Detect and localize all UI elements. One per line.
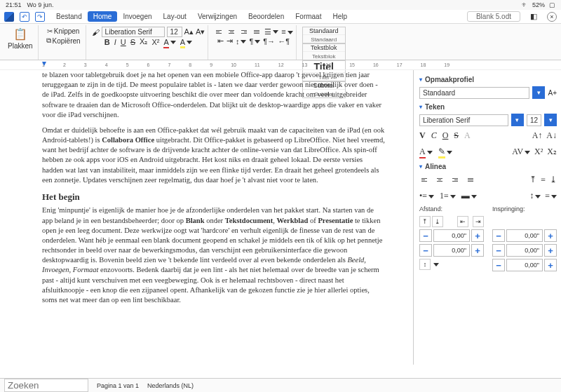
line-spacing-button[interactable]: ↕ bbox=[236, 37, 247, 46]
align-justify-button[interactable] bbox=[252, 27, 262, 36]
styles-gallery: StandaardStandaard TekstblokTekstblok Ti… bbox=[299, 25, 349, 60]
highlight-button[interactable]: A bbox=[180, 38, 192, 46]
underline-button[interactable]: U bbox=[121, 38, 126, 46]
sidebar-fontsize-arrow[interactable]: ▾ bbox=[544, 114, 557, 126]
sidebar-grow-font[interactable]: A↑ bbox=[532, 130, 543, 141]
font-size-dropdown[interactable]: 12 bbox=[167, 27, 182, 37]
bold-button[interactable]: B bbox=[104, 38, 110, 46]
menu-beoordelen[interactable]: Beoordelen bbox=[243, 11, 290, 22]
space-above-value[interactable]: 0,00" bbox=[433, 229, 470, 242]
app-logo[interactable] bbox=[4, 12, 14, 22]
sidebar-superscript[interactable]: X² bbox=[534, 147, 543, 157]
style-tekstblok[interactable]: TekstblokTekstblok bbox=[302, 43, 346, 60]
horizontal-ruler[interactable]: 12345678910111213141516171819 bbox=[0, 60, 561, 70]
sb-numbering[interactable]: 1≡ bbox=[440, 191, 456, 201]
indent-before-plus[interactable]: + bbox=[544, 229, 557, 242]
indent-before-minus[interactable]: − bbox=[492, 229, 505, 242]
undo-button[interactable]: ↶ bbox=[20, 12, 29, 22]
new-style-button[interactable]: A+ bbox=[548, 89, 557, 97]
panel-alinea[interactable]: Alinea bbox=[419, 160, 557, 172]
sidebar-font-color[interactable]: A bbox=[419, 147, 433, 157]
menu-home[interactable]: Home bbox=[88, 11, 118, 22]
sidebar-fontsize[interactable]: 12 bbox=[527, 114, 541, 126]
sb-valign-middle[interactable]: ≡ bbox=[541, 175, 546, 185]
rtl-button[interactable]: ←¶ bbox=[278, 37, 290, 46]
superscript-button[interactable]: X² bbox=[151, 38, 159, 46]
redo-button[interactable]: ↷ bbox=[35, 12, 45, 22]
format-paintbrush-icon[interactable]: 🖌 bbox=[92, 28, 100, 36]
sb-bgcolor[interactable]: ▬ bbox=[461, 191, 477, 201]
indent-first-value[interactable]: 0,00" bbox=[506, 259, 543, 271]
sidebar-italic[interactable]: C bbox=[431, 130, 437, 141]
subscript-button[interactable]: X₂ bbox=[140, 37, 147, 46]
menu-help[interactable]: Help bbox=[327, 11, 353, 22]
indent-before-value[interactable]: 0,00" bbox=[506, 229, 543, 242]
sidebar-font-dropdown[interactable]: Liberation Serif bbox=[419, 114, 508, 126]
font-name-dropdown[interactable]: Liberation Serif bbox=[102, 27, 165, 37]
sb-valign-top[interactable]: ⤒ bbox=[529, 175, 536, 185]
sidebar-subscript[interactable]: X₂ bbox=[547, 147, 557, 157]
sidebar-bold[interactable]: V bbox=[419, 130, 426, 141]
menu-invoegen[interactable]: Invoegen bbox=[117, 11, 157, 22]
document-canvas[interactable]: te blazen voor tabletgebruik doet je na … bbox=[0, 70, 414, 365]
style-dropdown-arrow[interactable]: ▾ bbox=[532, 86, 545, 99]
sidebar-highlight[interactable]: ✎ bbox=[438, 147, 452, 157]
bullets-button[interactable]: ☰ bbox=[264, 27, 278, 36]
indent-first-minus[interactable]: − bbox=[492, 259, 505, 271]
battery-icon: ▢ bbox=[549, 1, 555, 8]
language-indicator[interactable]: Nederlands (NL) bbox=[147, 382, 194, 389]
paste-button[interactable]: 📋 Plakken bbox=[6, 27, 35, 50]
align-center-button[interactable] bbox=[227, 27, 236, 36]
close-button[interactable]: × bbox=[547, 12, 557, 22]
cut-button[interactable]: ✂ Knippen bbox=[45, 27, 82, 36]
sb-align-left[interactable] bbox=[419, 175, 429, 185]
sidebar-underline[interactable]: O bbox=[442, 130, 449, 141]
font-color-button[interactable]: A bbox=[163, 38, 175, 46]
space-below-minus[interactable]: − bbox=[419, 244, 432, 257]
align-right-button[interactable] bbox=[239, 27, 249, 36]
align-left-button[interactable] bbox=[214, 27, 224, 36]
search-input[interactable] bbox=[4, 379, 88, 392]
panel-teken[interactable]: Teken bbox=[419, 100, 557, 112]
sb-valign-bottom[interactable]: ⤓ bbox=[550, 175, 557, 185]
format-sidebar: Opmaakprofiel Standaard ▾ A+ Teken Liber… bbox=[414, 70, 561, 365]
sidebar-char-spacing[interactable]: A͏V bbox=[512, 147, 530, 157]
indent-first-plus[interactable]: + bbox=[544, 259, 557, 271]
sidebar-toggle-icon[interactable]: ◧ bbox=[530, 12, 537, 21]
indent-after-minus[interactable]: − bbox=[492, 244, 505, 257]
copy-button[interactable]: ⧉ Kopiëren bbox=[44, 36, 83, 46]
sb-bullets[interactable]: •≡ bbox=[419, 191, 434, 201]
italic-button[interactable]: I bbox=[114, 38, 116, 46]
space-above-plus[interactable]: + bbox=[471, 229, 484, 242]
indent-button[interactable]: ⇥ bbox=[227, 36, 233, 46]
space-above-minus[interactable]: − bbox=[419, 229, 432, 242]
menu-verwijzingen[interactable]: Verwijzingen bbox=[192, 11, 243, 22]
style-dropdown[interactable]: Standaard bbox=[419, 87, 529, 99]
indent-after-value[interactable]: 0,00" bbox=[506, 244, 543, 257]
sb-align-center[interactable] bbox=[435, 175, 445, 185]
style-standaard[interactable]: StandaardStandaard bbox=[302, 27, 346, 43]
space-below-value[interactable]: 0,00" bbox=[433, 244, 470, 257]
sb-align-right[interactable] bbox=[450, 175, 460, 185]
indent-after-plus[interactable]: + bbox=[544, 244, 557, 257]
sidebar-font-arrow[interactable]: ▾ bbox=[511, 114, 524, 126]
ltr-button[interactable]: ¶→ bbox=[263, 37, 275, 46]
sb-line-spacing[interactable]: ≡ bbox=[545, 191, 557, 201]
strike-button[interactable]: S bbox=[130, 38, 135, 46]
panel-opmaakprofiel[interactable]: Opmaakprofiel bbox=[419, 73, 557, 85]
sb-align-justify[interactable] bbox=[466, 175, 475, 185]
shrink-font-button[interactable]: A▾ bbox=[196, 27, 205, 36]
space-below-plus[interactable]: + bbox=[471, 244, 484, 257]
sidebar-shrink-font[interactable]: A↓ bbox=[546, 130, 557, 141]
menu-bestand[interactable]: Bestand bbox=[50, 11, 88, 22]
sidebar-shadow[interactable]: A bbox=[464, 130, 471, 141]
menu-layout[interactable]: Lay-out bbox=[158, 11, 192, 22]
status-date: Wo 9 jun. bbox=[27, 1, 54, 8]
numbering-button[interactable]: ≡ bbox=[281, 27, 292, 36]
para-spacing-button[interactable]: ¶ bbox=[249, 37, 260, 46]
sb-para-spacing[interactable]: ↕ bbox=[529, 191, 541, 201]
menu-formaat[interactable]: Formaat bbox=[290, 11, 327, 22]
outdent-button[interactable]: ⇤ bbox=[217, 36, 224, 46]
grow-font-button[interactable]: A▴ bbox=[184, 27, 194, 36]
sidebar-strike[interactable]: S bbox=[454, 130, 459, 141]
